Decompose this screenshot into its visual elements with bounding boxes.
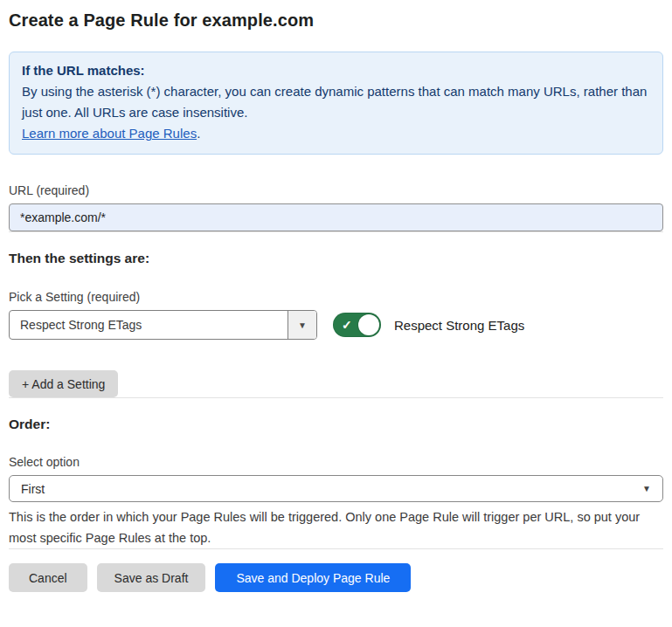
add-setting-button[interactable]: + Add a Setting — [9, 370, 118, 397]
url-label: URL (required) — [9, 183, 663, 197]
info-box-body: By using the asterisk (*) character, you… — [22, 81, 650, 144]
section-divider — [9, 548, 663, 549]
section-divider — [9, 231, 663, 232]
select-option-label: Select option — [9, 455, 663, 469]
setting-row: Respect Strong ETags ▼ ✓ Respect Strong … — [9, 310, 663, 340]
toggle-knob — [358, 314, 379, 335]
info-box-heading: If the URL matches: — [22, 60, 650, 81]
order-select-value: First — [21, 482, 45, 496]
caret-glyph: ▼ — [298, 320, 307, 330]
url-input[interactable] — [9, 203, 663, 231]
footer-actions: Cancel Save as Draft Save and Deploy Pag… — [9, 563, 663, 592]
save-as-draft-button[interactable]: Save as Draft — [97, 563, 206, 592]
pick-setting-label: Pick a Setting (required) — [9, 290, 663, 304]
learn-more-link[interactable]: Learn more about Page Rules — [22, 126, 197, 141]
etags-toggle[interactable]: ✓ — [333, 313, 381, 337]
caret-down-icon[interactable]: ▼ — [288, 311, 316, 339]
page-title: Create a Page Rule for example.com — [9, 10, 663, 31]
save-and-deploy-button[interactable]: Save and Deploy Page Rule — [215, 563, 411, 592]
setting-select-value: Respect Strong ETags — [10, 311, 288, 339]
check-icon: ✓ — [342, 319, 352, 331]
toggle-label: Respect Strong ETags — [394, 318, 524, 333]
link-suffix: . — [197, 126, 200, 141]
section-divider — [9, 397, 663, 398]
order-heading: Order: — [9, 417, 663, 432]
caret-down-icon: ▼ — [642, 484, 651, 493]
settings-heading: Then the settings are: — [9, 251, 663, 266]
page-rule-form: Create a Page Rule for example.com If th… — [0, 0, 672, 592]
order-help-text: This is the order in which your Page Rul… — [9, 506, 663, 548]
cancel-button[interactable]: Cancel — [9, 563, 87, 592]
url-match-info-box: If the URL matches: By using the asteris… — [9, 52, 663, 155]
setting-select[interactable]: Respect Strong ETags ▼ — [9, 310, 317, 340]
order-select[interactable]: First ▼ — [9, 475, 663, 502]
info-box-body-text: By using the asterisk (*) character, you… — [22, 84, 647, 120]
